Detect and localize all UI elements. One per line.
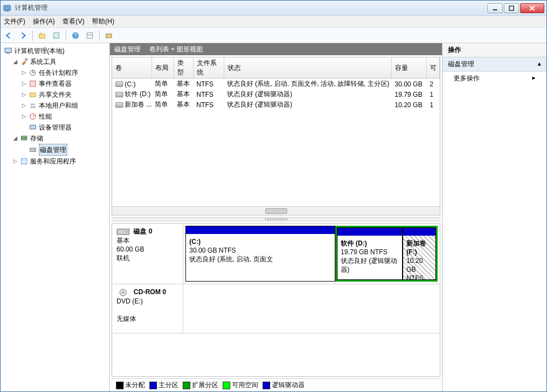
actions-header: 操作 [443,43,546,57]
close-button[interactable] [520,3,544,13]
cdrom-label[interactable]: CD-ROM 0 DVD (E:) 无媒体 [112,284,183,333]
svg-rect-6 [39,34,45,38]
expand-icon[interactable]: ▷ [21,67,27,78]
svg-text:?: ? [74,33,77,39]
settings-button[interactable] [103,30,115,42]
actions-diskmgmt-label: 磁盘管理 [448,60,474,69]
body: 计算机管理(本地) ◢ 系统工具 ▷任务计划程序 [1,43,546,391]
cdrom-status: 无媒体 [117,315,136,323]
svg-rect-1 [5,10,9,11]
tree-systools[interactable]: ◢ 系统工具 [11,56,108,67]
svg-rect-10 [87,33,92,38]
part-status: 状态良好 (系统, 启动, 页面文 [189,255,273,263]
extended-partition-group: 软件 (D:) 19.79 GB NTFS 状态良好 (逻辑驱动器) 新加卷 (… [335,226,438,282]
svg-rect-23 [30,106,36,108]
expand-icon[interactable]: ▷ [21,100,27,111]
center-pane: 磁盘管理 卷列表 + 图形视图 卷 布局 类型 文件系统 状态 容量 [110,43,443,391]
forward-button[interactable] [17,30,29,42]
expand-icon[interactable]: ▷ [21,111,27,122]
expand-icon[interactable]: ▷ [13,156,18,167]
tree-users[interactable]: ▷本地用户和组 [20,100,108,111]
tree-root[interactable]: 计算机管理(本地) [3,45,108,56]
tree-pane: 计算机管理(本地) ◢ 系统工具 ▷任务计划程序 [1,43,110,391]
cell: 基本 [173,89,193,100]
menu-file[interactable]: 文件(F) [4,17,25,26]
disk-size: 60.00 GB [117,245,144,253]
maximize-button[interactable] [504,3,519,13]
col-fs[interactable]: 文件系统 [193,57,224,79]
actions-diskmgmt[interactable]: 磁盘管理 ▴ [443,57,546,72]
disk-graphical-pane: 磁盘 0 基本 60.00 GB 联机 (C:) 30.00 GB NTFS 状… [112,223,440,377]
app-icon [3,4,11,13]
partition-f[interactable]: 新加卷 (F:) 10.20 GB NTFS 状态良好 (逻辑驱动器) [403,227,436,280]
menu-view[interactable]: 查看(V) [62,17,84,26]
tree-diskmgmt[interactable]: 磁盘管理 [20,144,108,156]
tree-task[interactable]: ▷任务计划程序 [20,67,108,78]
col-cap[interactable]: 容量 [392,57,427,79]
cell: 30.00 GB [392,79,427,90]
tree-event[interactable]: ▷事件查看器 [20,78,108,89]
col-layout[interactable]: 布局 [152,57,173,79]
minimize-button[interactable] [487,3,503,13]
part-info: 10.20 GB NTFS [406,257,423,279]
tree-perf[interactable]: ▷性能 [20,111,108,122]
col-free[interactable]: 可 [427,57,440,79]
collapse-icon: ▴ [538,60,541,69]
col-vol[interactable]: 卷 [112,57,152,79]
tree-shared[interactable]: ▷共享文件夹 [20,89,108,100]
cell: 基本 [173,79,193,90]
partition-header [337,228,402,236]
window-title: 计算机管理 [15,3,487,13]
cdrom-partitions [183,284,440,333]
expand-icon[interactable]: ▷ [21,89,27,100]
scrollbar-thumb[interactable] [265,208,287,214]
tree-services[interactable]: ▷ 服务和应用程序 [11,156,108,167]
expand-icon[interactable]: ▷ [21,78,27,89]
cell: 状态良好 (逻辑驱动器) [224,100,392,110]
horizontal-scrollbar[interactable] [112,206,440,215]
partition-body: (C:) 30.00 GB NTFS 状态良好 (系统, 启动, 页面文 [186,234,335,278]
disk-name: 磁盘 0 [133,227,152,235]
svg-rect-7 [54,33,59,38]
table-row[interactable]: (C:) 简单 基本 NTFS 状态良好 (系统, 启动, 页面文件, 活动, … [112,79,440,90]
partition-d[interactable]: 软件 (D:) 19.79 GB NTFS 状态良好 (逻辑驱动器) [337,227,403,280]
collapse-icon[interactable]: ◢ [13,133,18,144]
partition-header [403,228,435,236]
disk-label[interactable]: 磁盘 0 基本 60.00 GB 联机 [112,224,183,284]
partition-c[interactable]: (C:) 30.00 GB NTFS 状态良好 (系统, 启动, 页面文 [185,226,335,282]
collapse-icon[interactable]: ◢ [13,56,18,67]
view-button[interactable] [84,30,96,42]
tree-devmgr-label: 设备管理器 [39,122,72,133]
table-row[interactable]: 软件 (D:) 简单 基本 NTFS 状态良好 (逻辑驱动器) 19.79 GB… [112,89,440,100]
volume-icon [115,81,123,87]
part-info: 30.00 GB NTFS [189,247,236,254]
users-icon [28,101,37,110]
properties-button[interactable] [50,30,62,42]
svg-point-22 [33,103,35,106]
cell: (C:) [125,80,136,88]
tree-storage[interactable]: ◢ 存储 [11,133,108,144]
up-button[interactable] [36,30,48,42]
splitter[interactable] [112,217,440,221]
disk-icon [28,145,37,154]
cell: 软件 (D:) [125,90,150,98]
partition-header [186,226,335,234]
volume-table: 卷 布局 类型 文件系统 状态 容量 可 (C:) 简单 [112,57,440,215]
cell: 状态良好 (系统, 启动, 页面文件, 活动, 故障转储, 主分区) [224,79,392,90]
table-row[interactable]: 新加卷 ... 简单 基本 NTFS 状态良好 (逻辑驱动器) 10.20 GB… [112,100,440,110]
separator [99,31,100,40]
tree-devmgr[interactable]: 设备管理器 [20,122,108,133]
col-type[interactable]: 类型 [173,57,193,79]
help-button[interactable]: ? [69,30,82,42]
cell: NTFS [193,79,224,90]
col-status[interactable]: 状态 [224,57,392,79]
menu-action[interactable]: 操作(A) [33,17,55,26]
cell: NTFS [193,100,224,110]
actions-more[interactable]: 更多操作 ▸ [443,72,546,85]
menu-help[interactable]: 帮助(H) [92,17,114,26]
tree-shared-label: 共享文件夹 [39,89,72,100]
svg-point-21 [31,103,33,106]
part-title: 软件 (D:) [341,239,367,247]
device-icon [28,123,37,132]
back-button[interactable] [3,30,15,42]
